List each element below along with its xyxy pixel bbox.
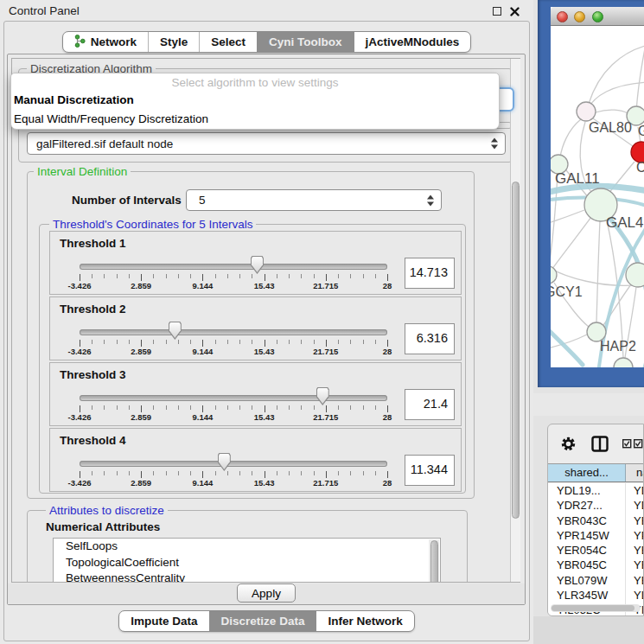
close-panel-icon[interactable] <box>510 6 520 19</box>
table-cell: YDR2 <box>626 498 644 513</box>
settings-scrollbar[interactable] <box>510 59 520 582</box>
network-node-gcy1[interactable] <box>551 266 557 284</box>
table-cell: YDL1 <box>626 483 644 498</box>
table-body: YDL19...YDL1YDR27...YDR2YBR043CYBR0YPR14… <box>548 483 644 615</box>
table-row[interactable]: YER054CYER0 <box>548 543 644 558</box>
slider-tick <box>190 340 191 344</box>
select-columns-icon[interactable] <box>622 438 644 451</box>
slider-tick <box>190 405 191 410</box>
threshold-value-field[interactable]: 14.713 <box>405 258 455 289</box>
slider-tick <box>178 340 179 344</box>
slider-tick <box>301 471 302 475</box>
slider-tick <box>277 405 277 410</box>
slider-tick <box>129 471 130 475</box>
slider-tick <box>265 405 265 412</box>
slider-tick-label: 28 <box>383 281 392 290</box>
numerical-attributes-list[interactable]: SelfLoopsTopologicalCoefficientBetweenne… <box>53 538 441 583</box>
table-data-combobox[interactable]: galFiltered.sif default node <box>27 132 506 155</box>
slider-thumb[interactable] <box>316 387 329 405</box>
slider-tick <box>129 405 130 410</box>
gear-icon[interactable] <box>560 436 577 455</box>
slider-tick-label: 21.715 <box>313 478 338 488</box>
algorithm-dropdown-popup: Select algorithm to view settingsManual … <box>10 73 500 130</box>
float-panel-icon[interactable] <box>493 7 501 16</box>
tab-jactivemnodules[interactable]: jActiveMNodules <box>354 32 471 52</box>
slider-track[interactable] <box>80 395 387 401</box>
attribute-item-selfloops[interactable]: SelfLoops <box>54 539 440 555</box>
slider-tick <box>141 274 142 281</box>
slider-tick <box>252 405 252 410</box>
slider-tick <box>227 405 228 410</box>
close-window-icon[interactable] <box>557 11 568 22</box>
apply-strip: Apply <box>8 583 525 604</box>
bottom-tab-infer-network[interactable]: Infer Network <box>316 611 413 631</box>
attribute-item-topologicalcoefficient[interactable]: TopologicalCoefficient <box>54 555 440 571</box>
slider-tick <box>178 405 179 410</box>
network-edge <box>596 110 628 113</box>
network-node-gal80[interactable] <box>577 102 596 121</box>
number-of-intervals-combobox[interactable]: 5 <box>186 189 442 211</box>
network-node[interactable] <box>614 358 633 367</box>
network-canvas[interactable]: GAL80GACGAL11GAL4GCY1HHAP2 <box>551 26 644 367</box>
interval-definition-title: Interval Definition <box>34 165 131 178</box>
threshold-value-field[interactable]: 11.344 <box>405 455 455 486</box>
slider-tick <box>350 405 351 410</box>
zoom-window-icon[interactable] <box>592 11 603 22</box>
bottom-tab-discretize-data[interactable]: Discretize Data <box>209 611 316 631</box>
table-panel: shared...na YDL19...YDL1YDR27...YDR2YBR0… <box>547 424 644 616</box>
table-row[interactable]: YLR345WYLR3 <box>548 588 644 603</box>
table-cell: YBL0 <box>626 573 644 588</box>
tab-style[interactable]: Style <box>148 32 199 52</box>
attribute-item-betweennesscentrality[interactable]: BetweennessCentrality <box>54 571 440 583</box>
column-header-1[interactable]: shared... <box>548 464 626 481</box>
tab-label: Cyni Toolbox <box>269 35 342 48</box>
threshold-panel-3: Threshold 3-3.4262.8599.14415.4321.71528… <box>49 362 462 426</box>
bottom-tab-impute-data[interactable]: Impute Data <box>119 611 208 631</box>
slider-tick <box>117 340 118 344</box>
tab-cyni-toolbox[interactable]: Cyni Toolbox <box>257 32 354 52</box>
table-row[interactable]: YBL079WYBL0 <box>548 573 644 588</box>
tab-network[interactable]: Network <box>63 32 148 52</box>
slider-tick-label: -3.426 <box>68 478 92 488</box>
slider-tick <box>239 405 240 410</box>
slider-track[interactable] <box>80 329 387 335</box>
slider-track[interactable] <box>80 461 387 467</box>
minimize-window-icon[interactable] <box>574 11 585 22</box>
slider-tick <box>387 274 388 281</box>
combo-arrows-icon <box>491 138 499 150</box>
slider-thumb[interactable] <box>251 256 264 274</box>
apply-button[interactable]: Apply <box>237 583 296 603</box>
slider-tick <box>387 405 388 412</box>
algorithm-popup-item-equal-width-frequency-discretization[interactable]: Equal Width/Frequency Discretization <box>11 110 499 129</box>
table-row[interactable]: YDL19...YDL1 <box>548 483 644 498</box>
network-node-h[interactable] <box>626 263 644 287</box>
slider-track[interactable] <box>80 264 387 270</box>
table-row[interactable]: YPR145WYPR1 <box>548 528 644 543</box>
attributes-list-scrollbar[interactable] <box>429 539 439 583</box>
table-row[interactable]: YBR043CYBR0 <box>548 513 644 528</box>
threshold-value-field[interactable]: 21.4 <box>405 389 455 420</box>
slider-tick <box>326 340 327 347</box>
tab-label: Discretize Data <box>221 615 305 628</box>
slider-tick <box>141 405 142 412</box>
slider-tick <box>277 274 277 278</box>
table-row[interactable]: YDR27...YDR2 <box>548 498 644 513</box>
slider-tick <box>153 274 154 278</box>
slider-tick <box>326 471 327 478</box>
slider-thumb[interactable] <box>218 453 231 471</box>
slider-tick <box>117 405 118 410</box>
split-view-icon[interactable] <box>591 436 609 455</box>
tab-select[interactable]: Select <box>199 32 257 52</box>
column-header-2[interactable]: na <box>626 464 644 481</box>
table-row[interactable]: YBR045CYBR0 <box>548 558 644 572</box>
slider-thumb[interactable] <box>169 322 182 340</box>
screen: Control Panel NetworkStyleSelectCyni Too… <box>0 0 644 644</box>
control-panel: Control Panel NetworkStyleSelectCyni Too… <box>0 0 533 644</box>
algorithm-popup-item-manual-discretization[interactable]: Manual Discretization <box>11 91 499 110</box>
slider-tick-label: 15.43 <box>254 281 275 290</box>
numerical-attributes-heading: Numerical Attributes <box>46 520 160 533</box>
table-horizontal-scrollbar[interactable] <box>551 604 641 612</box>
threshold-value-field[interactable]: 6.316 <box>405 323 455 354</box>
slider-tick <box>215 471 216 475</box>
slider-tick <box>104 340 105 344</box>
